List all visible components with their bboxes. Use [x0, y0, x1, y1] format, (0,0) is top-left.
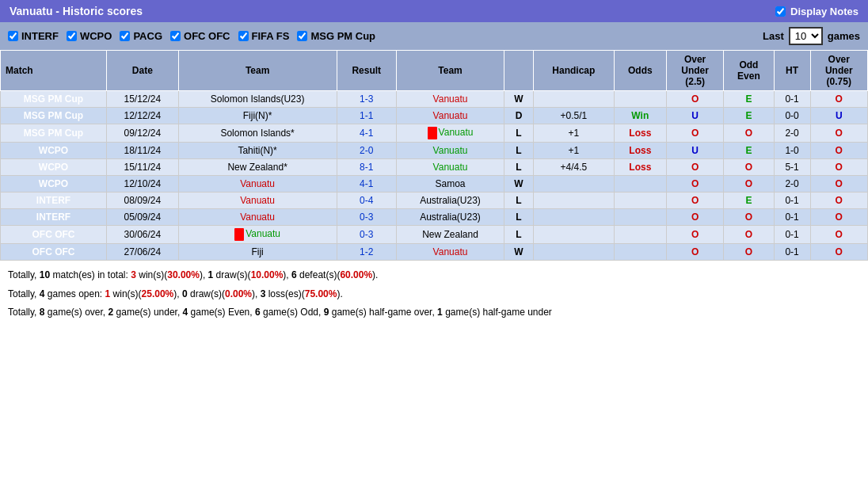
filter-bar: INTERF WCPO PACG OFC OFC FIFA FS MSG PM … — [0, 22, 868, 50]
competition-cell: INTERF — [1, 209, 107, 226]
header-team1: Team — [178, 51, 337, 91]
result-cell[interactable]: 2-0 — [337, 143, 396, 159]
odd-even-cell: O — [724, 124, 774, 143]
filter-wcpo[interactable]: WCPO — [67, 30, 112, 42]
summary-line2: Totally, 4 games open: 1 win(s)(25.00%),… — [8, 286, 860, 303]
odd-even-cell: O — [724, 159, 774, 176]
outcome-cell: L — [504, 193, 534, 209]
odd-even-cell: O — [724, 176, 774, 193]
team1-cell: Fiji — [178, 244, 337, 261]
odds-cell — [614, 244, 666, 261]
summary-section: Totally, 10 match(es) in total: 3 win(s)… — [0, 261, 868, 330]
over-under-cell: O — [666, 176, 723, 193]
result-cell[interactable]: 0-4 — [337, 193, 396, 209]
display-notes-container: Display Notes — [775, 6, 858, 17]
display-notes-checkbox[interactable] — [775, 6, 786, 17]
table-row: WCPO12/10/24Vanuatu4-1SamoaWOO2-0O — [1, 176, 868, 193]
result-cell[interactable]: 4-1 — [337, 176, 396, 193]
outcome-cell: L — [504, 209, 534, 226]
result-cell[interactable]: 8-1 — [337, 159, 396, 176]
handicap-cell: +1 — [533, 143, 614, 159]
header-over-under2: OverUnder(0.75) — [810, 51, 867, 91]
header-handicap: Handicap — [533, 51, 614, 91]
table-row: INTERF05/09/24Vanuatu0-3Australia(U23)LO… — [1, 209, 868, 226]
header-team2: Team — [396, 51, 504, 91]
filter-interf[interactable]: INTERF — [8, 30, 59, 42]
date-cell: 09/12/24 — [107, 124, 179, 143]
date-cell: 12/12/24 — [107, 108, 179, 124]
handicap-cell — [533, 91, 614, 108]
team1-cell: Fiji(N)* — [178, 108, 337, 124]
team1-cell: Solomon Islands* — [178, 124, 337, 143]
odd-even-cell: E — [724, 108, 774, 124]
last-label: Last — [763, 30, 784, 42]
team1-cell: Solomon Islands(U23) — [178, 91, 337, 108]
odds-cell — [614, 176, 666, 193]
team1-cell: Vanuatu — [178, 176, 337, 193]
competition-cell: MSG PM Cup — [1, 108, 107, 124]
odds-cell: Loss — [614, 124, 666, 143]
over-under2-cell: O — [810, 176, 867, 193]
header-empty — [504, 51, 534, 91]
over-under2-cell: O — [810, 159, 867, 176]
handicap-cell — [533, 244, 614, 261]
ht-cell: 5-1 — [774, 159, 810, 176]
result-cell[interactable]: 0-3 — [337, 226, 396, 244]
date-cell: 18/11/24 — [107, 143, 179, 159]
competition-cell: MSG PM Cup — [1, 91, 107, 108]
team1-cell: Vanuatu — [178, 209, 337, 226]
date-cell: 30/06/24 — [107, 226, 179, 244]
outcome-cell: L — [504, 226, 534, 244]
team2-cell: Vanuatu — [396, 91, 504, 108]
header-date: Date — [107, 51, 179, 91]
team2-cell: Vanuatu — [396, 108, 504, 124]
odds-cell: Loss — [614, 159, 666, 176]
header-over-under: OverUnder(2.5) — [666, 51, 723, 91]
outcome-cell: W — [504, 176, 534, 193]
odd-even-cell: E — [724, 193, 774, 209]
odds-cell — [614, 91, 666, 108]
red-card-icon — [428, 127, 437, 139]
odds-cell — [614, 226, 666, 244]
odd-even-cell: O — [724, 226, 774, 244]
handicap-cell — [533, 193, 614, 209]
handicap-cell — [533, 176, 614, 193]
result-cell[interactable]: 1-1 — [337, 108, 396, 124]
result-cell[interactable]: 0-3 — [337, 209, 396, 226]
outcome-cell: L — [504, 124, 534, 143]
competition-cell: OFC OFC — [1, 226, 107, 244]
filter-ofc[interactable]: OFC OFC — [170, 30, 230, 42]
team1-cell: Tahiti(N)* — [178, 143, 337, 159]
result-cell[interactable]: 1-2 — [337, 244, 396, 261]
filter-fifafs[interactable]: FIFA FS — [238, 30, 290, 42]
team2-cell: Australia(U23) — [396, 193, 504, 209]
games-select[interactable]: 10 20 30 50 — [789, 27, 823, 45]
over-under-cell: O — [666, 226, 723, 244]
ht-cell: 0-0 — [774, 108, 810, 124]
team1-cell: Vanuatu — [178, 226, 337, 244]
over-under2-cell: O — [810, 209, 867, 226]
team2-cell: New Zealand — [396, 226, 504, 244]
table-row: MSG PM Cup09/12/24Solomon Islands*4-1Van… — [1, 124, 868, 143]
date-cell: 27/06/24 — [107, 244, 179, 261]
outcome-cell: L — [504, 143, 534, 159]
team1-cell: New Zealand* — [178, 159, 337, 176]
result-cell[interactable]: 1-3 — [337, 91, 396, 108]
ht-cell: 0-1 — [774, 193, 810, 209]
over-under2-cell: O — [810, 143, 867, 159]
ht-cell: 2-0 — [774, 124, 810, 143]
handicap-cell — [533, 226, 614, 244]
ht-cell: 0-1 — [774, 226, 810, 244]
table-row: MSG PM Cup15/12/24Solomon Islands(U23)1-… — [1, 91, 868, 108]
result-cell[interactable]: 4-1 — [337, 124, 396, 143]
over-under-cell: O — [666, 193, 723, 209]
filter-msgpm[interactable]: MSG PM Cup — [297, 30, 375, 42]
over-under-cell: O — [666, 159, 723, 176]
filter-pacg[interactable]: PACG — [120, 30, 162, 42]
ht-cell: 0-1 — [774, 209, 810, 226]
competition-cell: OFC OFC — [1, 244, 107, 261]
date-cell: 12/10/24 — [107, 176, 179, 193]
handicap-cell — [533, 209, 614, 226]
table-row: WCPO15/11/24New Zealand*8-1VanuatuL+4/4.… — [1, 159, 868, 176]
handicap-cell: +4/4.5 — [533, 159, 614, 176]
